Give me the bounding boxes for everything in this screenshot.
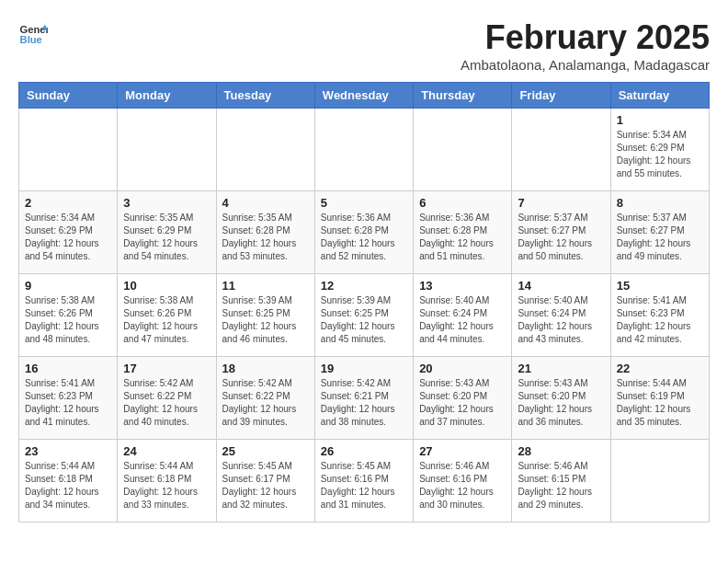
day-info: Sunrise: 5:41 AMSunset: 6:23 PMDaylight:…: [617, 294, 703, 346]
day-info: Sunrise: 5:37 AMSunset: 6:27 PMDaylight:…: [518, 212, 604, 263]
calendar-cell: 23Sunrise: 5:44 AMSunset: 6:18 PMDayligh…: [19, 440, 118, 523]
calendar-week-2: 2Sunrise: 5:34 AMSunset: 6:29 PMDaylight…: [19, 191, 710, 274]
day-info: Sunrise: 5:43 AMSunset: 6:20 PMDaylight:…: [518, 377, 604, 429]
calendar-cell: 6Sunrise: 5:36 AMSunset: 6:28 PMDaylight…: [414, 191, 512, 274]
calendar-cell: 1Sunrise: 5:34 AMSunset: 6:29 PMDaylight…: [610, 109, 709, 191]
day-info: Sunrise: 5:36 AMSunset: 6:28 PMDaylight:…: [321, 212, 407, 263]
calendar-cell: 15Sunrise: 5:41 AMSunset: 6:23 PMDayligh…: [610, 274, 709, 357]
calendar-week-4: 16Sunrise: 5:41 AMSunset: 6:23 PMDayligh…: [19, 357, 710, 440]
calendar-cell: 11Sunrise: 5:39 AMSunset: 6:25 PMDayligh…: [216, 274, 314, 357]
calendar-cell: 17Sunrise: 5:42 AMSunset: 6:22 PMDayligh…: [118, 357, 216, 440]
calendar-cell: 28Sunrise: 5:46 AMSunset: 6:15 PMDayligh…: [512, 440, 610, 523]
day-info: Sunrise: 5:36 AMSunset: 6:28 PMDaylight:…: [419, 212, 506, 263]
logo: General Blue: [18, 18, 48, 48]
calendar-cell: [216, 109, 314, 191]
day-info: Sunrise: 5:46 AMSunset: 6:15 PMDaylight:…: [518, 460, 604, 511]
calendar-table: SundayMondayTuesdayWednesdayThursdayFrid…: [18, 82, 710, 523]
day-number: 24: [123, 444, 210, 458]
month-title: February 2025: [461, 18, 710, 57]
day-number: 16: [25, 362, 111, 375]
weekday-header-saturday: Saturday: [610, 83, 709, 109]
calendar-cell: 7Sunrise: 5:37 AMSunset: 6:27 PMDaylight…: [512, 191, 610, 274]
day-number: 6: [419, 196, 506, 210]
day-info: Sunrise: 5:43 AMSunset: 6:20 PMDaylight:…: [419, 377, 506, 429]
calendar-week-5: 23Sunrise: 5:44 AMSunset: 6:18 PMDayligh…: [19, 440, 710, 523]
day-info: Sunrise: 5:34 AMSunset: 6:29 PMDaylight:…: [617, 129, 703, 180]
day-number: 15: [617, 279, 703, 293]
day-info: Sunrise: 5:38 AMSunset: 6:26 PMDaylight:…: [25, 294, 111, 346]
calendar-cell: [314, 109, 413, 191]
day-number: 10: [123, 279, 210, 293]
day-number: 12: [321, 279, 407, 293]
weekday-header-monday: Monday: [118, 83, 216, 109]
calendar-cell: [19, 109, 118, 191]
day-number: 2: [25, 196, 111, 210]
day-number: 22: [617, 362, 703, 375]
day-number: 27: [419, 444, 506, 458]
day-number: 23: [25, 444, 111, 458]
day-info: Sunrise: 5:39 AMSunset: 6:25 PMDaylight:…: [222, 294, 309, 346]
day-info: Sunrise: 5:45 AMSunset: 6:16 PMDaylight:…: [321, 460, 407, 511]
calendar-cell: [414, 109, 512, 191]
calendar-cell: 18Sunrise: 5:42 AMSunset: 6:22 PMDayligh…: [216, 357, 314, 440]
day-info: Sunrise: 5:35 AMSunset: 6:29 PMDaylight:…: [123, 212, 210, 263]
calendar-cell: 10Sunrise: 5:38 AMSunset: 6:26 PMDayligh…: [118, 274, 216, 357]
calendar-cell: [512, 109, 610, 191]
calendar-cell: 19Sunrise: 5:42 AMSunset: 6:21 PMDayligh…: [314, 357, 413, 440]
day-info: Sunrise: 5:42 AMSunset: 6:22 PMDaylight:…: [222, 377, 309, 429]
day-number: 21: [518, 362, 604, 375]
day-number: 18: [222, 362, 309, 375]
day-info: Sunrise: 5:41 AMSunset: 6:23 PMDaylight:…: [25, 377, 111, 429]
logo-icon: General Blue: [18, 18, 48, 48]
day-info: Sunrise: 5:46 AMSunset: 6:16 PMDaylight:…: [419, 460, 506, 511]
day-number: 20: [419, 362, 506, 375]
calendar-cell: [610, 440, 709, 523]
day-info: Sunrise: 5:38 AMSunset: 6:26 PMDaylight:…: [123, 294, 210, 346]
day-info: Sunrise: 5:35 AMSunset: 6:28 PMDaylight:…: [222, 212, 309, 263]
location-title: Ambatolaona, Analamanga, Madagascar: [461, 57, 710, 73]
calendar-week-3: 9Sunrise: 5:38 AMSunset: 6:26 PMDaylight…: [19, 274, 710, 357]
calendar-cell: 25Sunrise: 5:45 AMSunset: 6:17 PMDayligh…: [216, 440, 314, 523]
calendar-cell: 16Sunrise: 5:41 AMSunset: 6:23 PMDayligh…: [19, 357, 118, 440]
calendar-cell: 12Sunrise: 5:39 AMSunset: 6:25 PMDayligh…: [314, 274, 413, 357]
day-info: Sunrise: 5:45 AMSunset: 6:17 PMDaylight:…: [222, 460, 309, 511]
calendar-cell: 21Sunrise: 5:43 AMSunset: 6:20 PMDayligh…: [512, 357, 610, 440]
day-number: 7: [518, 196, 604, 210]
page-header: General Blue February 2025 Ambatolaona, …: [18, 18, 710, 73]
calendar-cell: 27Sunrise: 5:46 AMSunset: 6:16 PMDayligh…: [414, 440, 512, 523]
day-info: Sunrise: 5:44 AMSunset: 6:19 PMDaylight:…: [617, 377, 703, 429]
day-number: 26: [321, 444, 407, 458]
calendar-cell: 22Sunrise: 5:44 AMSunset: 6:19 PMDayligh…: [610, 357, 709, 440]
day-info: Sunrise: 5:40 AMSunset: 6:24 PMDaylight:…: [518, 294, 604, 346]
calendar-cell: 8Sunrise: 5:37 AMSunset: 6:27 PMDaylight…: [610, 191, 709, 274]
day-info: Sunrise: 5:44 AMSunset: 6:18 PMDaylight:…: [25, 460, 111, 511]
calendar-cell: [118, 109, 216, 191]
day-number: 8: [617, 196, 703, 210]
calendar-cell: 20Sunrise: 5:43 AMSunset: 6:20 PMDayligh…: [414, 357, 512, 440]
calendar-cell: 26Sunrise: 5:45 AMSunset: 6:16 PMDayligh…: [314, 440, 413, 523]
day-number: 25: [222, 444, 309, 458]
day-info: Sunrise: 5:40 AMSunset: 6:24 PMDaylight:…: [419, 294, 506, 346]
day-info: Sunrise: 5:42 AMSunset: 6:21 PMDaylight:…: [321, 377, 407, 429]
day-number: 4: [222, 196, 309, 210]
calendar-cell: 3Sunrise: 5:35 AMSunset: 6:29 PMDaylight…: [118, 191, 216, 274]
weekday-header-sunday: Sunday: [19, 83, 118, 109]
day-number: 11: [222, 279, 309, 293]
day-number: 19: [321, 362, 407, 375]
weekday-header-tuesday: Tuesday: [216, 83, 314, 109]
day-info: Sunrise: 5:42 AMSunset: 6:22 PMDaylight:…: [123, 377, 210, 429]
day-number: 3: [123, 196, 210, 210]
day-number: 5: [321, 196, 407, 210]
calendar-cell: 2Sunrise: 5:34 AMSunset: 6:29 PMDaylight…: [19, 191, 118, 274]
weekday-header-friday: Friday: [512, 83, 610, 109]
day-number: 17: [123, 362, 210, 375]
calendar-cell: 9Sunrise: 5:38 AMSunset: 6:26 PMDaylight…: [19, 274, 118, 357]
day-info: Sunrise: 5:39 AMSunset: 6:25 PMDaylight:…: [321, 294, 407, 346]
day-info: Sunrise: 5:44 AMSunset: 6:18 PMDaylight:…: [123, 460, 210, 511]
calendar-cell: 4Sunrise: 5:35 AMSunset: 6:28 PMDaylight…: [216, 191, 314, 274]
day-number: 13: [419, 279, 506, 293]
calendar-cell: 24Sunrise: 5:44 AMSunset: 6:18 PMDayligh…: [118, 440, 216, 523]
calendar-cell: 5Sunrise: 5:36 AMSunset: 6:28 PMDaylight…: [314, 191, 413, 274]
day-info: Sunrise: 5:34 AMSunset: 6:29 PMDaylight:…: [25, 212, 111, 263]
title-block: February 2025 Ambatolaona, Analamanga, M…: [461, 18, 710, 73]
